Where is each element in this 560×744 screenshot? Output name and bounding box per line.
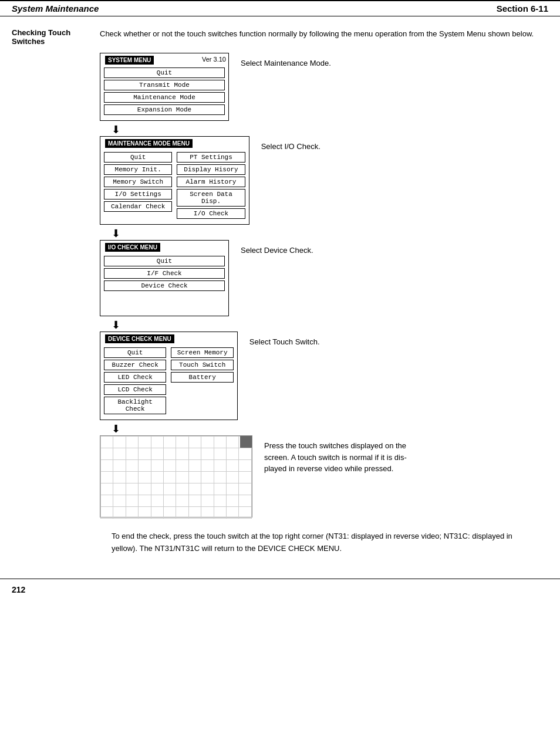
grid-cell[interactable] <box>214 483 226 495</box>
grid-cell[interactable] <box>201 460 214 472</box>
grid-cell[interactable] <box>227 448 239 460</box>
grid-cell[interactable] <box>126 448 138 460</box>
grid-cell[interactable] <box>151 483 163 495</box>
io-check-desc: Select Device Check. <box>241 240 313 256</box>
page-number: 212 <box>12 585 25 594</box>
sys-btn-quit: Quit <box>104 67 225 78</box>
grid-cell[interactable] <box>227 495 239 507</box>
grid-cell[interactable] <box>176 507 188 519</box>
grid-cell[interactable] <box>126 472 138 483</box>
grid-cell[interactable] <box>188 472 201 483</box>
grid-cell[interactable] <box>188 460 201 472</box>
grid-cell[interactable] <box>227 437 239 448</box>
dev-btn-buzzer: Buzzer Check <box>104 360 166 370</box>
dev-btn-backlight: Backlight Check <box>104 397 166 414</box>
grid-cell[interactable] <box>164 460 176 472</box>
grid-cell[interactable] <box>139 507 151 519</box>
grid-cell[interactable] <box>126 483 138 495</box>
grid-cell[interactable] <box>101 460 113 472</box>
grid-cell[interactable] <box>176 472 188 483</box>
grid-cell[interactable] <box>139 495 151 507</box>
grid-cell[interactable] <box>139 448 151 460</box>
grid-cell[interactable] <box>151 448 163 460</box>
grid-cell[interactable] <box>151 495 163 507</box>
grid-cell[interactable] <box>176 483 188 495</box>
device-cols: Quit Buzzer Check LED Check LCD Check Ba… <box>102 346 236 416</box>
grid-cell[interactable] <box>201 437 214 448</box>
grid-cell[interactable] <box>101 437 113 448</box>
grid-cell[interactable] <box>113 483 126 495</box>
grid-cell[interactable] <box>151 437 163 448</box>
grid-cell[interactable] <box>239 460 252 472</box>
grid-cell[interactable] <box>151 460 163 472</box>
grid-cell[interactable] <box>188 437 201 448</box>
grid-cell[interactable] <box>176 437 188 448</box>
grid-cell[interactable] <box>126 495 138 507</box>
header-title: System Maintenance <box>12 4 99 13</box>
grid-cell[interactable] <box>239 507 252 519</box>
spacer <box>12 53 100 518</box>
grid-cell[interactable] <box>113 507 126 519</box>
grid-cell[interactable] <box>113 472 126 483</box>
grid-cell[interactable] <box>227 483 239 495</box>
grid-cell[interactable] <box>164 472 176 483</box>
grid-cell[interactable] <box>113 460 126 472</box>
page-footer: 212 <box>0 579 560 600</box>
grid-cell[interactable] <box>201 483 214 495</box>
grid-cell[interactable] <box>201 472 214 483</box>
intro-text: Check whether or not the touch switches … <box>100 28 548 46</box>
grid-cell[interactable] <box>176 460 188 472</box>
grid-cell[interactable] <box>139 472 151 483</box>
grid-cell[interactable] <box>126 437 138 448</box>
grid-cell[interactable] <box>176 448 188 460</box>
grid-cell[interactable] <box>214 448 226 460</box>
grid-cell[interactable] <box>139 437 151 448</box>
grid-cell[interactable] <box>239 483 252 495</box>
grid-cell[interactable] <box>227 507 239 519</box>
grid-cell[interactable] <box>113 495 126 507</box>
grid-cell[interactable] <box>113 448 126 460</box>
grid-cell[interactable] <box>227 472 239 483</box>
grid-cell[interactable] <box>239 472 252 483</box>
grid-cell[interactable] <box>227 460 239 472</box>
grid-cell[interactable] <box>101 483 113 495</box>
grid-cell[interactable] <box>188 507 201 519</box>
grid-cell[interactable] <box>239 495 252 507</box>
touch-grid-row: Press the touch switches displayed on th… <box>100 435 407 518</box>
grid-cell[interactable] <box>214 507 226 519</box>
arrow-3: ⬇ <box>100 320 407 330</box>
grid-cell[interactable] <box>139 460 151 472</box>
grid-cell[interactable] <box>126 507 138 519</box>
grid-cell[interactable] <box>201 507 214 519</box>
grid-cell[interactable] <box>214 460 226 472</box>
grid-cell[interactable] <box>101 448 113 460</box>
grid-cell[interactable] <box>176 495 188 507</box>
grid-cell[interactable] <box>164 495 176 507</box>
grid-cell[interactable] <box>164 437 176 448</box>
grid-cell[interactable] <box>126 460 138 472</box>
grid-cell[interactable] <box>101 495 113 507</box>
grid-cell[interactable] <box>151 472 163 483</box>
grid-cell[interactable] <box>101 472 113 483</box>
grid-cell[interactable] <box>101 507 113 519</box>
grid-cell[interactable] <box>201 448 214 460</box>
grid-cell[interactable] <box>239 448 252 460</box>
grid-cell[interactable] <box>214 495 226 507</box>
grid-cell[interactable] <box>214 437 226 448</box>
grid-cell[interactable] <box>214 472 226 483</box>
section-label: Checking Touch Switches <box>12 28 100 46</box>
grid-cell[interactable] <box>188 495 201 507</box>
grid-cell[interactable] <box>113 437 126 448</box>
grid-cell[interactable] <box>188 448 201 460</box>
io-check-diagram: I/O CHECK MENU Quit I/F Check Device Che… <box>100 240 229 316</box>
grid-cell[interactable] <box>164 483 176 495</box>
maint-btn-memoryinit: Memory Init. <box>104 164 172 175</box>
grid-cell[interactable] <box>188 483 201 495</box>
grid-cell[interactable] <box>151 507 163 519</box>
grid-cell[interactable] <box>164 448 176 460</box>
dev-btn-touchswitch: Touch Switch <box>171 360 233 370</box>
grid-cell[interactable] <box>201 495 214 507</box>
maintenance-menu-title: MAINTENANCE MODE MENU <box>105 139 193 148</box>
grid-cell[interactable] <box>164 507 176 519</box>
grid-cell[interactable] <box>139 483 151 495</box>
